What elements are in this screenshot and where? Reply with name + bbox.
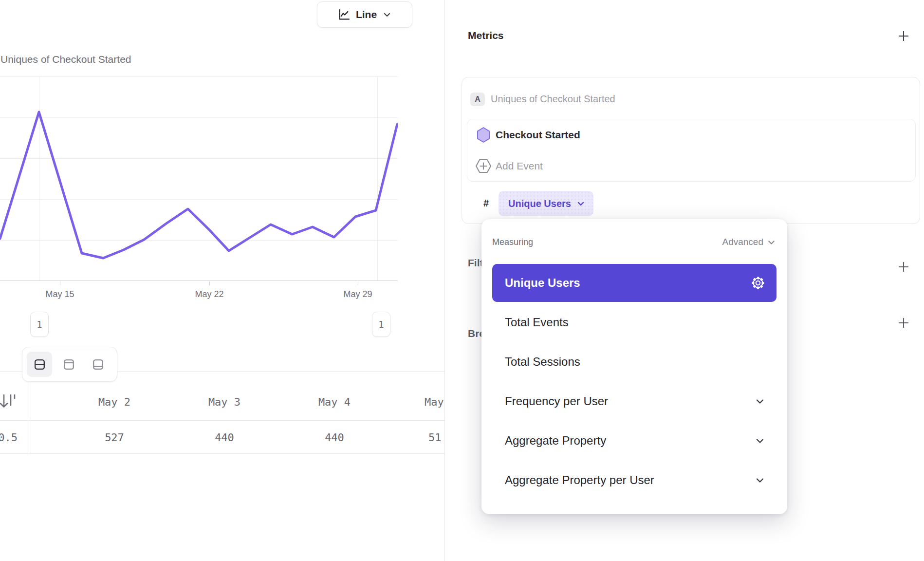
chart-section: Line Uniques of Checkout Started May 15M… <box>0 0 444 561</box>
table-value-may2: 527 <box>71 431 158 444</box>
line-chart-plot[interactable] <box>0 76 398 281</box>
annotation-marker[interactable]: 1 <box>30 312 49 337</box>
table-value-may3: 440 <box>181 431 268 444</box>
dropdown-item-aggregate-property[interactable]: Aggregate Property <box>492 422 776 460</box>
event-row-checkout-started[interactable]: Checkout Started <box>467 119 915 150</box>
series-letter-badge: A <box>470 93 485 106</box>
add-event-hexagon-plus-icon <box>475 158 492 174</box>
event-name: Checkout Started <box>496 129 580 141</box>
advanced-mode-toggle[interactable]: Advanced <box>722 237 776 247</box>
layout-chart-only-button[interactable] <box>56 352 81 377</box>
table-frozen-column-border <box>31 371 31 453</box>
measurement-chip[interactable]: Unique Users <box>499 191 593 216</box>
table-header-may3[interactable]: May 3 <box>181 396 268 408</box>
plus-icon <box>897 316 910 330</box>
add-metric-button[interactable] <box>895 28 912 44</box>
dropdown-item-label: Total Sessions <box>505 355 580 369</box>
dropdown-item-total-sessions[interactable]: Total Sessions <box>492 343 776 381</box>
insights-report-view: Line Uniques of Checkout Started May 15M… <box>0 0 924 561</box>
data-series-line <box>0 112 397 258</box>
sort-descending-icon[interactable] <box>0 393 18 410</box>
chevron-down-icon <box>754 435 766 447</box>
layout-table-only-icon <box>92 358 105 371</box>
event-hexagon-icon <box>476 127 491 143</box>
plus-icon <box>897 260 910 274</box>
advanced-label: Advanced <box>722 237 763 247</box>
dropdown-item-label: Aggregate Property <box>505 434 606 448</box>
add-filter-button[interactable] <box>895 259 912 275</box>
x-axis-tick <box>358 281 358 285</box>
dropdown-item-aggregate-property-per-user[interactable]: Aggregate Property per User <box>492 461 776 499</box>
dropdown-item-label: Total Events <box>505 316 569 329</box>
series-title[interactable]: Uniques of Checkout Started <box>491 94 615 105</box>
add-breakdown-button[interactable] <box>895 315 912 331</box>
table-header-divider <box>0 420 444 421</box>
dropdown-item-total-events[interactable]: Total Events <box>492 303 776 341</box>
chevron-down-icon <box>754 395 766 407</box>
layout-split-icon <box>33 358 46 371</box>
chart-title: Uniques of Checkout Started <box>0 54 131 65</box>
measurement-chip-label: Unique Users <box>508 198 571 209</box>
event-box: Checkout Started Add Event <box>467 119 916 182</box>
table-value-may4: 440 <box>291 431 378 444</box>
chevron-down-icon <box>382 10 392 19</box>
x-axis-label: May 22 <box>183 289 236 299</box>
vertical-gridlines <box>39 76 378 281</box>
dropdown-item-unique-users[interactable]: Unique Users <box>492 264 776 302</box>
line-chart-icon <box>337 8 351 21</box>
x-axis-tick <box>209 281 210 285</box>
chevron-down-icon <box>754 474 766 486</box>
dropdown-item-frequency-per-user[interactable]: Frequency per User <box>492 382 776 420</box>
add-event-label: Add Event <box>496 160 543 172</box>
table-row-divider <box>0 453 444 454</box>
horizontal-gridlines <box>0 77 398 241</box>
plus-icon <box>897 29 910 43</box>
layout-split-button[interactable] <box>27 352 52 377</box>
measurement-hash-symbol: # <box>483 198 489 209</box>
table-header-may4[interactable]: May 4 <box>291 396 378 408</box>
x-axis-label: May 29 <box>331 289 385 299</box>
table-header-may5-clipped[interactable]: May <box>425 396 444 408</box>
metric-card: A Uniques of Checkout Started Checkout S… <box>462 77 920 224</box>
gear-icon[interactable] <box>750 275 766 291</box>
query-builder-panel: Metrics Filters Breakdowns A Uniques of … <box>445 0 924 561</box>
dropdown-item-label: Aggregate Property per User <box>505 473 654 487</box>
metrics-heading: Metrics <box>468 30 504 41</box>
table-value-may5-clipped: 51 <box>428 431 442 444</box>
chevron-down-icon <box>766 237 776 247</box>
dropdown-item-label: Unique Users <box>505 276 580 290</box>
chart-type-selector[interactable]: Line <box>317 1 412 28</box>
table-header-may2[interactable]: May 2 <box>71 396 158 408</box>
annotation-marker[interactable]: 1 <box>372 312 390 337</box>
x-axis-tick <box>60 281 60 285</box>
layout-toggle-group <box>22 347 117 382</box>
x-axis-label: May 15 <box>33 289 87 299</box>
chart-type-label: Line <box>356 9 377 20</box>
layout-chart-only-icon <box>62 358 75 371</box>
chevron-down-icon <box>576 199 586 208</box>
dropdown-item-label: Frequency per User <box>505 394 608 408</box>
measuring-dropdown: Measuring Advanced Unique Users <box>481 219 787 514</box>
add-event-row[interactable]: Add Event <box>467 150 915 182</box>
table-row-label-clipped: 0.5 <box>0 431 18 444</box>
dropdown-header: Measuring Advanced <box>492 234 776 250</box>
measuring-label: Measuring <box>492 237 533 247</box>
layout-table-only-button[interactable] <box>85 352 111 377</box>
